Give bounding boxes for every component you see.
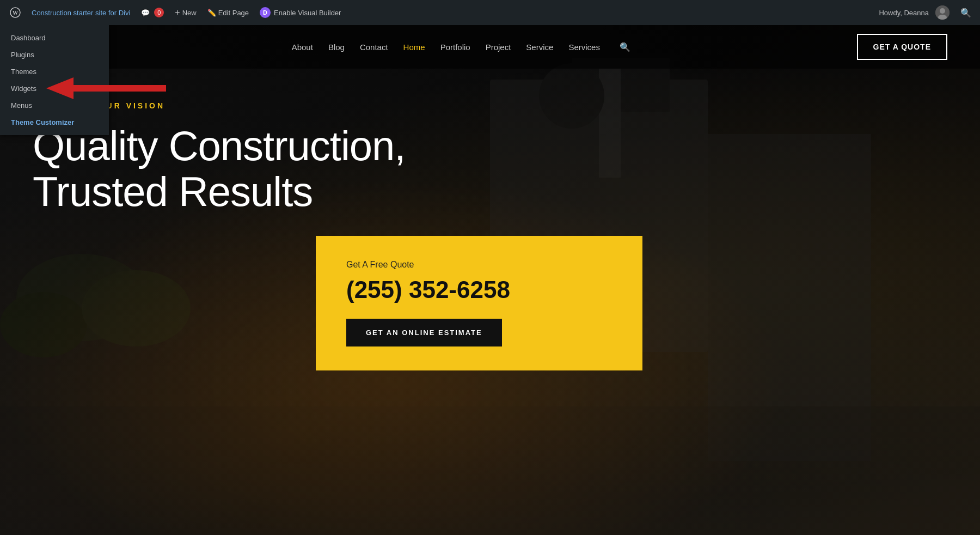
- wp-logo-item[interactable]: W: [4, 0, 26, 25]
- search-icon[interactable]: 🔍: [956, 8, 976, 18]
- nav-project[interactable]: Project: [486, 42, 511, 52]
- get-quote-button[interactable]: GET A QUOTE: [857, 34, 947, 60]
- new-item[interactable]: + New: [169, 0, 201, 25]
- quote-card: Get A Free Quote (255) 352-6258 GET AN O…: [316, 236, 642, 370]
- nav-home[interactable]: Home: [403, 42, 425, 52]
- dropdown-menu: Dashboard Plugins Themes Widgets Menus T…: [0, 25, 109, 135]
- avatar[interactable]: [935, 5, 950, 20]
- divi-label: Enable Visual Builder: [274, 9, 341, 17]
- nav-search-icon[interactable]: 🔍: [620, 42, 630, 52]
- comments-item[interactable]: 💬 0: [136, 0, 169, 25]
- dropdown-item-menus[interactable]: Menus: [0, 97, 109, 114]
- new-label: New: [182, 9, 197, 17]
- dropdown-item-widgets[interactable]: Widgets: [0, 80, 109, 97]
- quote-phone: (255) 352-6258: [346, 276, 612, 303]
- nav-about[interactable]: About: [292, 42, 313, 52]
- nav-contact[interactable]: Contact: [360, 42, 388, 52]
- nav-service[interactable]: Service: [526, 42, 553, 52]
- site-nav: D About Blog Contact Home Portfolio Proj…: [0, 25, 980, 69]
- pencil-icon: ✏️: [207, 9, 216, 17]
- dropdown-item-themes[interactable]: Themes: [0, 63, 109, 80]
- site-name-text: Construction starter site for Divi: [32, 9, 130, 17]
- hero-title-line2: Trusted Results: [33, 168, 313, 215]
- quote-label: Get A Free Quote: [346, 260, 612, 270]
- nav-portfolio[interactable]: Portfolio: [440, 42, 470, 52]
- divi-builder-item[interactable]: D Enable Visual Builder: [254, 0, 346, 25]
- nav-blog[interactable]: Blog: [328, 42, 345, 52]
- dropdown-item-plugins[interactable]: Plugins: [0, 46, 109, 63]
- hero-content: BUILDING YOUR VISION Quality Constructio…: [0, 69, 980, 214]
- svg-point-3: [940, 8, 945, 14]
- comment-bubble-icon: 💬: [141, 9, 150, 17]
- howdy-text: Howdy, Deanna: [879, 9, 929, 17]
- site-name-item[interactable]: Construction starter site for Divi: [26, 0, 136, 25]
- divi-logo: D: [260, 7, 271, 18]
- dropdown-item-dashboard[interactable]: Dashboard: [0, 29, 109, 46]
- nav-links: About Blog Contact Home Portfolio Projec…: [292, 42, 630, 52]
- comment-count: 0: [154, 8, 164, 17]
- edit-page-item[interactable]: ✏️ Edit Page: [202, 0, 254, 25]
- edit-page-label: Edit Page: [218, 9, 249, 17]
- nav-services[interactable]: Services: [568, 42, 600, 52]
- estimate-button[interactable]: GET AN ONLINE ESTIMATE: [346, 319, 502, 346]
- admin-bar: W Construction starter site for Divi 💬 0…: [0, 0, 980, 25]
- plus-icon: +: [175, 8, 180, 17]
- svg-text:W: W: [13, 10, 18, 16]
- hero-subtitle: BUILDING YOUR VISION: [33, 101, 947, 110]
- site-content: D About Blog Contact Home Portfolio Proj…: [0, 25, 980, 535]
- hero-title: Quality Construction, Trusted Results: [33, 123, 468, 214]
- adminbar-right: Howdy, Deanna 🔍: [879, 5, 976, 20]
- dropdown-item-theme-customizer[interactable]: Theme Customizer: [0, 114, 109, 131]
